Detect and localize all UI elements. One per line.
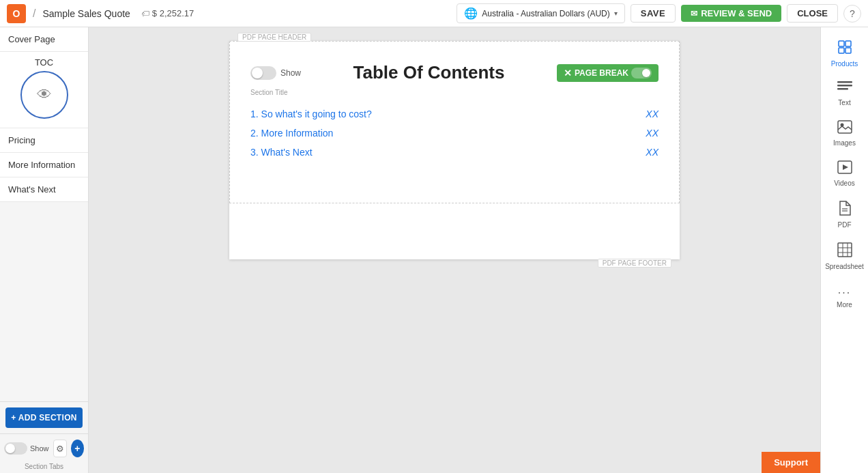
right-tool-products[interactable]: Products [821, 33, 868, 74]
close-button[interactable]: CLOSE [787, 4, 838, 23]
show-toggle-switch[interactable] [4, 442, 27, 455]
right-sidebar: Products Text Images [820, 27, 868, 473]
sidebar-sections: Cover Page TOC 👁 Pricing More Informatio… [0, 27, 88, 401]
toc-show-toggle: Show [250, 66, 301, 80]
chevron-down-icon: ▾ [614, 10, 618, 17]
sidebar-toc-label: TOC [35, 57, 53, 68]
sidebar-pricing-label: Pricing [8, 135, 35, 145]
review-send-button[interactable]: ✉ REVIEW & SEND [681, 5, 781, 22]
show-toggle-label: Show [30, 444, 49, 453]
page-break-label: PAGE BREAK [575, 68, 628, 78]
toc-item-1-link[interactable]: 1. So what's it going to cost? [250, 109, 372, 119]
sidebar-item-cover-page[interactable]: Cover Page [0, 27, 88, 52]
toc-show-switch[interactable] [250, 66, 276, 80]
section-tabs-label: Section Tabs [0, 463, 88, 473]
svg-rect-5 [837, 85, 852, 87]
toc-item-2: 2. More Information XX [250, 124, 659, 143]
price-tag-icon: 🏷 [141, 9, 149, 18]
right-tool-images[interactable]: Images [821, 113, 868, 154]
toc-item-3-page: XX [646, 147, 659, 158]
page-card-inner: Show Table Of Contents ✕ PAGE BREAK Sect… [229, 41, 680, 203]
price-display: 🏷 $ 2,252.17 [141, 8, 194, 18]
svg-rect-0 [839, 41, 844, 46]
toc-list: 1. So what's it going to cost? XX 2. Mor… [250, 104, 659, 162]
show-knob [252, 68, 263, 78]
show-toggle-area: Show [4, 442, 49, 455]
svg-rect-6 [837, 88, 848, 90]
svg-rect-13 [838, 243, 852, 257]
pdf-label: PDF [838, 221, 852, 229]
spreadsheet-label: Spreadsheet [825, 263, 864, 270]
sidebar-item-pricing[interactable]: Pricing [0, 128, 88, 153]
main-layout: Cover Page TOC 👁 Pricing More Informatio… [0, 27, 868, 473]
toc-item-3-link[interactable]: 3. What's Next [250, 147, 313, 158]
review-send-label: REVIEW & SEND [701, 8, 772, 18]
left-sidebar: Cover Page TOC 👁 Pricing More Informatio… [0, 27, 89, 473]
images-icon [837, 120, 852, 137]
help-button[interactable]: ? [843, 5, 861, 23]
toc-thumbnail-circle: 👁 [20, 71, 68, 119]
gear-button[interactable]: ⚙ [53, 440, 67, 457]
images-label: Images [833, 139, 856, 147]
gear-icon: ⚙ [56, 444, 64, 454]
sidebar-item-toc[interactable]: TOC 👁 [0, 52, 88, 128]
right-tool-more[interactable]: ··· More [821, 280, 868, 315]
toc-item-2-page: XX [646, 128, 659, 139]
more-icon: ··· [838, 287, 851, 299]
locale-button[interactable]: 🌐 Australia - Australian Dollars (AUD) ▾ [457, 3, 624, 23]
eye-icon: 👁 [37, 86, 52, 104]
save-button[interactable]: SAVE [631, 4, 676, 23]
svg-rect-7 [838, 121, 852, 133]
more-label: More [837, 301, 852, 309]
sidebar-more-info-label: More Information [8, 160, 75, 170]
toc-header-row: Show Table Of Contents ✕ PAGE BREAK [250, 62, 659, 83]
right-tool-videos[interactable]: Videos [821, 154, 868, 194]
text-label: Text [838, 99, 850, 106]
right-tool-spreadsheet[interactable]: Spreadsheet [821, 235, 868, 277]
svg-rect-2 [839, 48, 844, 53]
toc-show-label: Show [280, 68, 301, 78]
add-section-button[interactable]: + ADD SECTION [5, 407, 83, 428]
products-icon [837, 40, 852, 58]
spreadsheet-icon [837, 242, 852, 261]
right-tool-pdf[interactable]: PDF [821, 194, 868, 235]
breadcrumb-separator: / [33, 8, 35, 20]
toc-item-3: 3. What's Next XX [250, 143, 659, 162]
sidebar-whats-next-label: What's Next [8, 184, 56, 195]
price-value: $ 2,252.17 [152, 8, 194, 18]
page-card: PDF PAGE HEADER Show Table Of Contents ✕… [229, 41, 680, 259]
section-title-label: Section Title [250, 89, 659, 96]
sidebar-footer: Show ⚙ + [0, 433, 88, 463]
support-button[interactable]: Support [762, 452, 820, 473]
sidebar-cover-label: Cover Page [8, 34, 55, 44]
globe-icon: 🌐 [464, 7, 478, 20]
sidebar-item-whats-next[interactable]: What's Next [0, 177, 88, 202]
toc-item-2-link[interactable]: 2. More Information [250, 128, 333, 139]
pdf-page-header-label: PDF PAGE HEADER [237, 33, 311, 42]
section-tabs-icon: + [74, 443, 80, 454]
page-break-knob [642, 69, 650, 77]
text-icon [837, 81, 852, 97]
page-title: Sample Sales Quote [42, 8, 130, 19]
page-break-toggle[interactable] [631, 68, 652, 78]
svg-rect-1 [845, 41, 851, 46]
section-tabs-button[interactable]: + [71, 440, 84, 457]
topbar-actions: 🌐 Australia - Australian Dollars (AUD) ▾… [457, 3, 861, 23]
page-break-button[interactable]: ✕ PAGE BREAK [557, 64, 659, 82]
videos-icon [837, 160, 852, 177]
send-icon: ✉ [691, 9, 697, 18]
toc-main-title: Table Of Contents [353, 62, 504, 83]
right-tool-text[interactable]: Text [821, 74, 868, 113]
svg-rect-3 [845, 48, 851, 53]
sidebar-add-section-area: + ADD SECTION [0, 401, 88, 433]
locale-text: Australia - Australian Dollars (AUD) [482, 9, 609, 18]
app-logo: O [7, 4, 26, 23]
sidebar-item-more-information[interactable]: More Information [0, 153, 88, 177]
products-label: Products [831, 60, 858, 68]
topbar: O / Sample Sales Quote 🏷 $ 2,252.17 🌐 Au… [0, 0, 868, 27]
toc-item-1: 1. So what's it going to cost? XX [250, 104, 659, 124]
pdf-icon [839, 201, 851, 219]
page-break-x-icon: ✕ [564, 68, 572, 78]
center-content: PDF PAGE HEADER Show Table Of Contents ✕… [89, 27, 820, 473]
svg-rect-4 [837, 81, 852, 83]
